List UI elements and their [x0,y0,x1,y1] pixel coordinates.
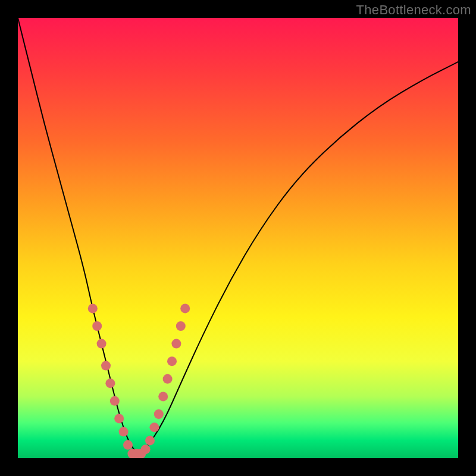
highlight-dot [154,409,164,419]
highlight-dot [88,303,98,313]
highlight-dot [176,321,186,331]
bottleneck-curve [18,18,458,452]
chart-stage: TheBottleneck.com [0,0,476,476]
highlight-dot [141,444,151,454]
highlight-dot [180,303,190,313]
highlight-dots [88,303,190,458]
highlight-dot [123,440,133,450]
curve-layer [18,18,458,458]
highlight-dot [158,392,168,401]
highlight-dot [114,414,124,423]
highlight-dot [167,356,177,366]
highlight-dot [97,339,107,349]
watermark-label: TheBottleneck.com [356,2,471,18]
highlight-dot [171,339,181,349]
highlight-dot [145,436,155,445]
highlight-dot [163,374,173,384]
highlight-dot [105,378,115,388]
highlight-dot [101,361,111,371]
highlight-dot [110,396,120,406]
highlight-dot [92,321,102,331]
highlight-dot [119,427,129,437]
plot-area [18,18,458,458]
highlight-dot [149,422,159,432]
